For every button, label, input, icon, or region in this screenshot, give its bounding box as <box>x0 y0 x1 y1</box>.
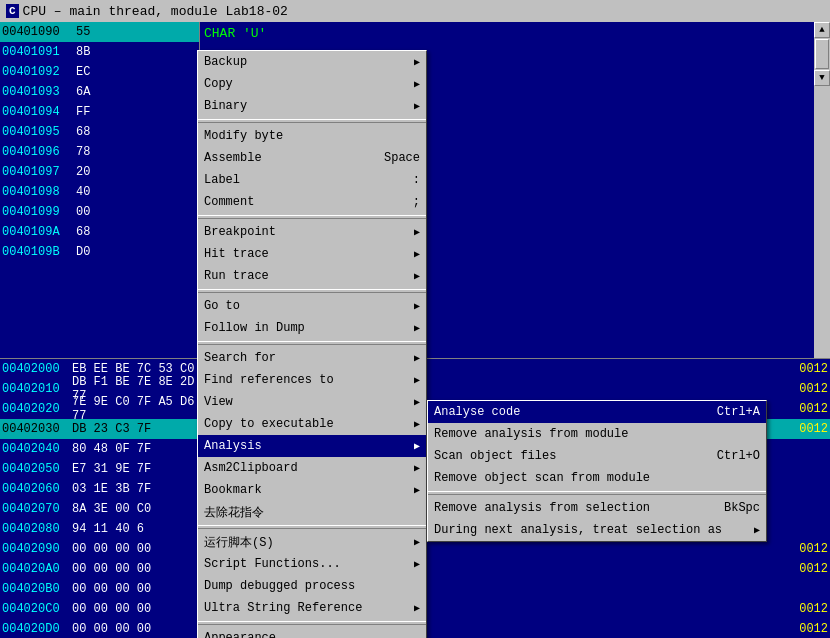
menu-item-find-references-to[interactable]: Find references to▶ <box>198 369 426 391</box>
menu-item-label: Analysis <box>204 439 262 453</box>
menu-item-breakpoint[interactable]: Breakpoint▶ <box>198 221 426 243</box>
asm-row[interactable]: 0040109055 <box>0 22 199 42</box>
menu-item-label: Follow in Dump <box>204 321 305 335</box>
asm-bytes: D0 <box>72 245 90 259</box>
submenu-item-label: During next analysis, treat selection as <box>434 523 722 537</box>
dump-right-number: 0012 <box>790 402 830 416</box>
asm-row[interactable]: 004010918B <box>0 42 199 62</box>
asm-row[interactable]: 0040109568 <box>0 122 199 142</box>
right-scrollbar[interactable]: ▲ ▼ <box>814 22 830 358</box>
menu-item-assemble[interactable]: AssembleSpace <box>198 147 426 169</box>
char-line: CHAR 'U' <box>204 24 810 44</box>
dump-right-number: 0012 <box>790 542 830 556</box>
menu-item-label: Dump debugged process <box>204 579 355 593</box>
dump-address: 00402080 <box>0 522 72 536</box>
submenu-arrow-icon: ▶ <box>414 462 420 474</box>
menu-item-backup[interactable]: Backup▶ <box>198 51 426 73</box>
dump-address: 00402000 <box>0 362 72 376</box>
menu-item-binary[interactable]: Binary▶ <box>198 95 426 117</box>
menu-item-label: Go to <box>204 299 240 313</box>
submenu-arrow-icon: ▶ <box>414 226 420 238</box>
asm-row[interactable]: 00401092EC <box>0 62 199 82</box>
menu-item-ultra-string-reference[interactable]: Ultra String Reference▶ <box>198 597 426 619</box>
submenu-item-scan-object-files[interactable]: Scan object filesCtrl+O <box>428 445 766 467</box>
menu-item-bookmark[interactable]: Bookmark▶ <box>198 479 426 501</box>
asm-address: 00401096 <box>0 145 72 159</box>
menu-item-label: Copy to executable <box>204 417 334 431</box>
asm-address: 00401092 <box>0 65 72 79</box>
asm-row[interactable]: 0040109840 <box>0 182 199 202</box>
asm-address: 0040109B <box>0 245 72 259</box>
asm-bytes: 20 <box>72 165 90 179</box>
menu-item-copy-to-executable[interactable]: Copy to executable▶ <box>198 413 426 435</box>
submenu-arrow-icon: ▶ <box>414 352 420 364</box>
asm-row[interactable]: 0040109720 <box>0 162 199 182</box>
menu-item-s[interactable]: 运行脚本(S)▶ <box>198 531 426 553</box>
scroll-down-btn[interactable]: ▼ <box>814 70 830 86</box>
asm-row[interactable]: 004010936A <box>0 82 199 102</box>
dump-address: 004020D0 <box>0 622 72 636</box>
submenu-arrow-icon: ▶ <box>414 484 420 496</box>
submenu-arrow-icon: ▶ <box>414 602 420 614</box>
menu-item-analysis[interactable]: Analysis▶ <box>198 435 426 457</box>
menu-item-go-to[interactable]: Go to▶ <box>198 295 426 317</box>
menu-item-label: Binary <box>204 99 247 113</box>
submenu-arrow-icon: ▶ <box>414 78 420 90</box>
submenu-arrow-icon: ▶ <box>414 300 420 312</box>
asm-address: 00401097 <box>0 165 72 179</box>
menu-item-script-functions[interactable]: Script Functions...▶ <box>198 553 426 575</box>
asm-row[interactable]: 0040109A68 <box>0 222 199 242</box>
menu-item-label: Bookmark <box>204 483 262 497</box>
asm-bytes: 78 <box>72 145 90 159</box>
submenu-arrow-icon: ▶ <box>414 374 420 386</box>
scroll-up-btn[interactable]: ▲ <box>814 22 830 38</box>
scroll-thumb[interactable] <box>815 39 829 69</box>
asm-row[interactable]: 0040109BD0 <box>0 242 199 262</box>
asm-row[interactable]: 0040109900 <box>0 202 199 222</box>
menu-item-view[interactable]: View▶ <box>198 391 426 413</box>
menu-item-label: Hit trace <box>204 247 269 261</box>
menu-item-hit-trace[interactable]: Hit trace▶ <box>198 243 426 265</box>
submenu-item-analyse-code[interactable]: Analyse codeCtrl+A <box>428 401 766 423</box>
menu-item-label: Breakpoint <box>204 225 276 239</box>
menu-item-run-trace[interactable]: Run trace▶ <box>198 265 426 287</box>
menu-item-modify-byte[interactable]: Modify byte <box>198 125 426 147</box>
submenu-item-remove-analysis-from-module[interactable]: Remove analysis from module <box>428 423 766 445</box>
asm-bytes: FF <box>72 105 90 119</box>
submenu-item-label: Analyse code <box>434 405 520 419</box>
asm-address: 00401093 <box>0 85 72 99</box>
submenu-item-during-next-analysis-treat-selection-as[interactable]: During next analysis, treat selection as… <box>428 519 766 541</box>
menu-separator <box>198 525 426 529</box>
menu-item-copy[interactable]: Copy▶ <box>198 73 426 95</box>
cpu-icon: C <box>6 4 19 18</box>
menu-item-shortcut: ; <box>413 195 420 209</box>
menu-item-asm2clipboard[interactable]: Asm2Clipboard▶ <box>198 457 426 479</box>
menu-item-label: Appearance <box>204 631 276 638</box>
context-menu: Backup▶Copy▶Binary▶Modify byteAssembleSp… <box>197 50 427 638</box>
menu-item-[interactable]: 去除花指令 <box>198 501 426 523</box>
menu-item-appearance[interactable]: Appearance <box>198 627 426 638</box>
menu-item-follow-in-dump[interactable]: Follow in Dump▶ <box>198 317 426 339</box>
menu-item-label[interactable]: Label: <box>198 169 426 191</box>
menu-item-comment[interactable]: Comment; <box>198 191 426 213</box>
asm-row[interactable]: 00401094FF <box>0 102 199 122</box>
menu-item-dump-debugged-process[interactable]: Dump debugged process <box>198 575 426 597</box>
menu-item-label: Asm2Clipboard <box>204 461 298 475</box>
dump-right-number: 0012 <box>790 362 830 376</box>
submenu-item-remove-analysis-from-selection[interactable]: Remove analysis from selectionBkSpc <box>428 497 766 519</box>
asm-row[interactable]: 0040109678 <box>0 142 199 162</box>
menu-item-label: Script Functions... <box>204 557 341 571</box>
menu-item-search-for[interactable]: Search for▶ <box>198 347 426 369</box>
title-bar: C CPU – main thread, module Lab18-02 <box>0 0 830 22</box>
submenu-arrow-icon: ▶ <box>414 558 420 570</box>
dump-address: 00402050 <box>0 462 72 476</box>
asm-address: 00401098 <box>0 185 72 199</box>
menu-separator <box>198 289 426 293</box>
menu-separator <box>198 341 426 345</box>
submenu-item-remove-object-scan-from-module[interactable]: Remove object scan from module <box>428 467 766 489</box>
dump-address: 00402020 <box>0 402 72 416</box>
submenu-arrow-icon: ▶ <box>414 56 420 68</box>
submenu-arrow-icon: ▶ <box>414 100 420 112</box>
menu-item-label: Label <box>204 173 240 187</box>
asm-bytes: 40 <box>72 185 90 199</box>
